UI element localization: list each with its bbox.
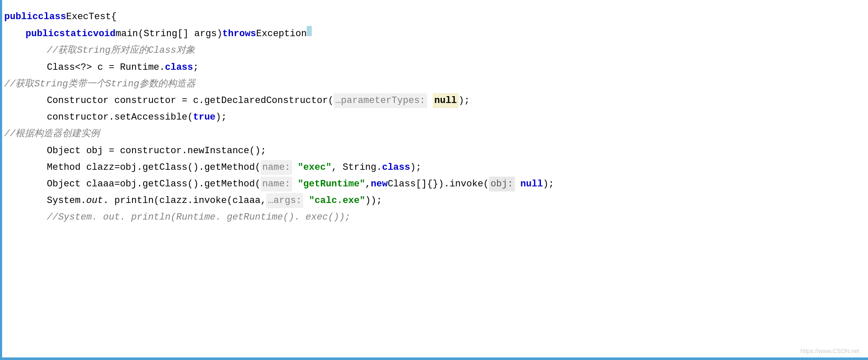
code-line-8: //根据构造器创建实例 [0,126,868,142]
obj-decl: Object obj = constructor.newInstance(); [47,143,266,158]
main-method: main(String[] args) [115,26,222,41]
bottom-bar [0,357,868,360]
null-value-1: null [433,93,459,108]
println-call: . println(clazz.invoke(claaa, [103,193,266,208]
cursor [307,26,312,36]
keyword-null-2: null [520,177,543,191]
comment-2: //获取String类带一个String参数的构造器 [4,77,195,91]
space-1 [427,93,433,108]
close-paren-5: )); [365,193,382,208]
code-line-10: Method clazz=obj.getClass().getMethod( n… [0,159,868,176]
exception-text: Exception [256,26,307,41]
param-hint-3: name: [261,177,292,191]
param-hint-2: name: [261,160,292,175]
close-paren-4: ); [543,177,554,191]
space-2 [292,160,298,175]
keyword-void: void [93,26,115,41]
out-field: out [86,193,103,208]
semicolon-1: ; [193,60,198,75]
code-container: public class ExecTest{ public static voi… [0,0,868,360]
code-line-12: System. out . println(clazz.invoke(claaa… [0,192,868,209]
code-line-9: Object obj = constructor.newInstance(); [0,143,868,159]
class-name: ExecTest{ [66,9,117,24]
keyword-class: class [38,9,66,24]
method-decl: Method clazz=obj.getClass().getMethod( [47,160,261,175]
code-line-3: //获取String所对应的Class对象 [0,42,868,59]
close-paren-2: ); [216,110,227,125]
comment-4: //System. out. println(Runtime. getRunti… [47,210,351,225]
space-3 [292,177,298,191]
set-accessible: constructor.setAccessible( [47,110,193,125]
watermark: https://www.CSDN.net [801,346,860,356]
param-hint-1: …parameterTypes: [333,93,427,108]
space-5 [303,193,309,208]
system-out: System. [47,193,86,208]
string-calc: "calc.exe" [309,193,365,208]
class-array: Class[]{}).invoke( [388,177,489,191]
close-paren-3: ); [410,160,421,175]
code-line-7: constructor.setAccessible( true ); [0,109,868,126]
left-border [0,0,2,360]
space-4 [515,177,520,191]
comma-2: , [365,177,371,191]
code-line-1: public class ExecTest{ [0,9,868,25]
keyword-new: new [371,177,388,191]
code-line-6: Constructor constructor = c.getDeclaredC… [0,92,868,109]
class-decl: Class<?> c = Runtime. [47,60,165,75]
string-getruntime: "getRuntime" [298,177,365,191]
keyword-throws: throws [222,26,256,41]
obj-hint: obj: [489,177,515,191]
keyword-class-3: class [382,160,410,175]
code-line-2: public static void main(String[] args) t… [0,25,868,42]
param-hint-4: …args: [266,193,303,208]
string-exec: "exec" [298,160,331,175]
code-line-13: //System. out. println(Runtime. getRunti… [0,209,868,226]
keyword-class-2: class [165,60,193,75]
keyword-public-2: public [26,26,59,41]
code-line-11: Object claaa=obj.getClass().getMethod( n… [0,176,868,192]
constructor-decl: Constructor constructor = c.getDeclaredC… [47,93,333,108]
comma-1: , String. [331,160,382,175]
code-line-5: //获取String类带一个String参数的构造器 [0,76,868,92]
keyword-public-1: public [4,9,38,24]
code-line-4: Class<?> c = Runtime. class ; [0,59,868,76]
keyword-true: true [193,110,216,125]
keyword-static: static [59,26,93,41]
comment-1: //获取String所对应的Class对象 [47,43,195,58]
close-paren-1: ); [459,93,470,108]
comment-3: //根据构造器创建实例 [4,126,100,141]
claaa-decl: Object claaa=obj.getClass().getMethod( [47,177,261,191]
